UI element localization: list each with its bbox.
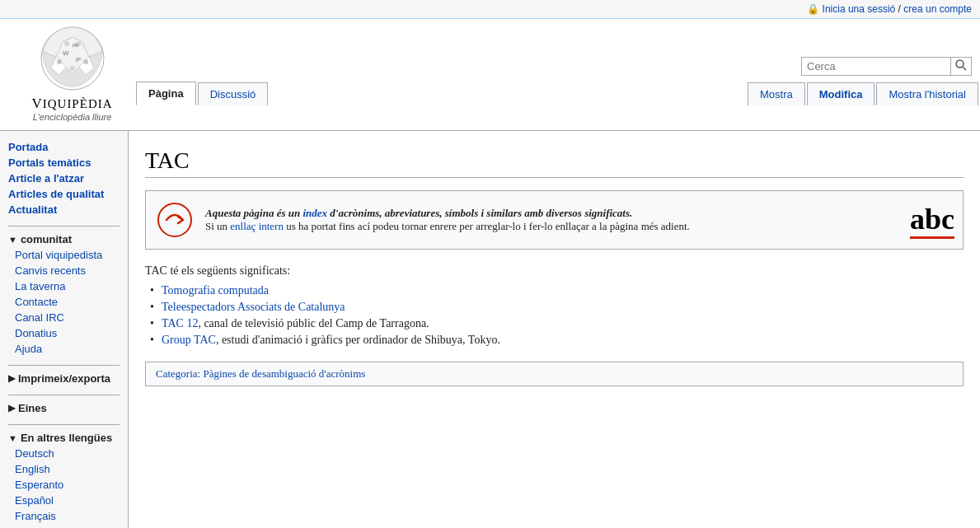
content-area: TAC Aquesta pàgina és un index d'acrònim… xyxy=(128,131,980,528)
category-link[interactable]: Pàgines de desambiguació d'acrònims xyxy=(203,367,365,380)
header: W ик iP VIQUIPÈDIA L'enciclopèdia lliure xyxy=(0,19,980,131)
svg-point-4 xyxy=(83,59,88,64)
sidebar-item-english[interactable]: English xyxy=(0,461,128,477)
tac12-rest: , canal de televisió públic del Camp de … xyxy=(198,317,429,329)
login-link[interactable]: Inicia una sessió xyxy=(823,3,896,15)
search-input[interactable] xyxy=(802,58,950,75)
tab-mostra[interactable]: Mostra xyxy=(748,82,805,105)
category-box: Categoria: Pàgines de desambiguació d'ac… xyxy=(145,362,964,386)
sidebar-divider-3 xyxy=(8,395,120,395)
search-button[interactable] xyxy=(950,58,971,75)
sidebar-item-actualitat[interactable]: Actualitat xyxy=(0,202,128,217)
link-tomografia[interactable]: Tomografia computada xyxy=(162,284,269,297)
sidebar-item-article-atzar[interactable]: Article a l'atzar xyxy=(0,171,128,186)
notice-index-link[interactable]: index xyxy=(302,207,327,219)
notice-abc: abc xyxy=(910,202,954,239)
sidebar-item-portal-viquipedista[interactable]: Portal viquipedista xyxy=(0,247,128,263)
tabs-row: Pàgina Discussió Mostra Modifica Mostra … xyxy=(136,81,980,105)
meanings-list: Tomografia computada Teleespectadors Ass… xyxy=(162,284,964,347)
svg-point-9 xyxy=(956,60,964,68)
sidebar-item-taverna[interactable]: La taverna xyxy=(0,278,128,294)
arrow-down-icon-2: ▼ xyxy=(8,433,17,443)
svg-point-3 xyxy=(57,59,62,64)
notice-box: Aquesta pàgina és un index d'acrònims, a… xyxy=(145,190,964,250)
sidebar-community: ▼ comunitat Portal viquipedista Canvis r… xyxy=(0,231,128,357)
sidebar-item-contacte[interactable]: Contacte xyxy=(0,294,128,310)
notice-text: Aquesta pàgina és un index d'acrònims, a… xyxy=(205,207,902,233)
intro-text: TAC té els següents significats: xyxy=(145,264,964,278)
arrow-right-icon: ▶ xyxy=(8,373,15,384)
sidebar-item-portals[interactable]: Portals temàtics xyxy=(0,155,128,171)
sidebar-item-articles-qualitat[interactable]: Articles de qualitat xyxy=(0,186,128,202)
redirect-icon xyxy=(157,202,193,238)
sidebar-other-langs: ▼ En altres llengües Deutsch English Esp… xyxy=(0,430,128,528)
site-name: VIQUIPÈDIA xyxy=(31,95,112,112)
svg-point-11 xyxy=(158,203,191,236)
notice-icon xyxy=(154,199,195,241)
lock-icon: 🔒 xyxy=(807,3,819,15)
sidebar-print: ▶ Imprimeix/exporta xyxy=(0,371,128,386)
svg-point-1 xyxy=(64,41,69,46)
arrow-icon: ▼ xyxy=(8,235,17,245)
tab-historial[interactable]: Mostra l'historial xyxy=(876,82,978,105)
notice-small-text: Si un enllaç intern us ha portat fins ac… xyxy=(205,220,690,232)
sidebar-other-heading: ▼ En altres llengües xyxy=(0,430,128,446)
svg-text:ик: ик xyxy=(73,42,79,48)
tab-discussio[interactable]: Discussió xyxy=(198,82,269,105)
category-prefix: Categoria: xyxy=(156,367,203,380)
logo-area: W ик iP VIQUIPÈDIA L'enciclopèdia lliure xyxy=(8,26,136,130)
search-icon xyxy=(955,59,967,71)
arrow-right-icon-2: ▶ xyxy=(8,403,15,414)
sidebar-divider-4 xyxy=(8,424,120,425)
sidebar-item-deutsch[interactable]: Deutsch xyxy=(0,446,128,461)
sidebar-item-canvis-recents[interactable]: Canvis recents xyxy=(0,263,128,278)
tabs-area: Pàgina Discussió Mostra Modifica Mostra … xyxy=(136,52,980,105)
svg-point-5 xyxy=(70,66,75,71)
main-layout: Portada Portals temàtics Article a l'atz… xyxy=(0,131,980,528)
tab-pagina[interactable]: Pàgina xyxy=(136,82,196,105)
page-title: TAC xyxy=(145,147,964,178)
sidebar: Portada Portals temàtics Article a l'atz… xyxy=(0,131,128,528)
sidebar-item-portada[interactable]: Portada xyxy=(0,139,128,155)
list-item-grouptac: Group TAC, estudi d'animació i gràfics p… xyxy=(162,334,964,347)
site-tagline: L'enciclopèdia lliure xyxy=(33,112,112,122)
sidebar-main-nav: Portada Portals temàtics Article a l'atz… xyxy=(0,139,128,217)
list-item-tomografia: Tomografia computada xyxy=(162,284,964,297)
svg-text:W: W xyxy=(63,49,69,57)
right-tabs: Mostra Modifica Mostra l'historial xyxy=(748,82,980,105)
sidebar-item-ajuda[interactable]: Ajuda xyxy=(0,341,128,357)
grouptac-rest: , estudi d'animació i gràfics per ordina… xyxy=(216,334,500,346)
sidebar-divider-1 xyxy=(8,226,120,227)
sidebar-item-esperanto[interactable]: Esperanto xyxy=(0,477,128,493)
list-item-tac12: TAC 12, canal de televisió públic del Ca… xyxy=(162,317,964,330)
sidebar-item-canal-irc[interactable]: Canal IRC xyxy=(0,310,128,325)
search-box[interactable] xyxy=(801,57,972,76)
sidebar-tools-heading[interactable]: ▶ Eines xyxy=(0,400,128,416)
list-item-teleespectadors: Teleespectadors Associats de Catalunya xyxy=(162,301,964,314)
link-teleespectadors[interactable]: Teleespectadors Associats de Catalunya xyxy=(162,301,345,313)
notice-bold: Aquesta pàgina és un index d'acrònims, a… xyxy=(205,207,632,219)
tab-modifica[interactable]: Modifica xyxy=(807,82,875,105)
notice-intern-link[interactable]: enllaç intern xyxy=(230,220,284,232)
logo-image[interactable]: W ик iP xyxy=(40,26,106,91)
search-row xyxy=(136,52,980,81)
link-grouptac[interactable]: Group TAC xyxy=(162,334,216,346)
sidebar-item-donatius[interactable]: Donatius xyxy=(0,325,128,341)
svg-text:iP: iP xyxy=(76,57,82,63)
sidebar-item-francais[interactable]: Français xyxy=(0,508,128,524)
sidebar-item-espanol[interactable]: Español xyxy=(0,493,128,508)
sidebar-community-heading: ▼ comunitat xyxy=(0,231,128,247)
sidebar-print-heading[interactable]: ▶ Imprimeix/exporta xyxy=(0,371,128,386)
top-bar: 🔒 Inicia una sessió / crea un compte xyxy=(0,0,980,19)
create-account-link[interactable]: crea un compte xyxy=(903,3,972,15)
sidebar-item-italiano[interactable]: Italiano xyxy=(0,524,128,528)
sidebar-tools: ▶ Eines xyxy=(0,400,128,416)
sidebar-divider-2 xyxy=(8,365,120,366)
link-tac12[interactable]: TAC 12 xyxy=(162,317,198,329)
svg-line-10 xyxy=(964,67,967,70)
